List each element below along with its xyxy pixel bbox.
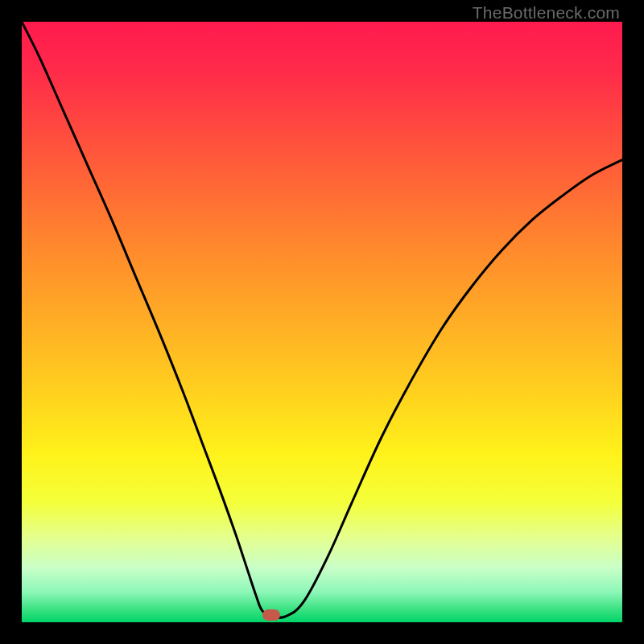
bottleneck-curve: [22, 22, 622, 622]
chart-frame: TheBottleneck.com: [0, 0, 644, 644]
plot-area: [22, 22, 622, 622]
optimal-point-marker: [262, 609, 280, 621]
watermark-text: TheBottleneck.com: [473, 3, 620, 23]
